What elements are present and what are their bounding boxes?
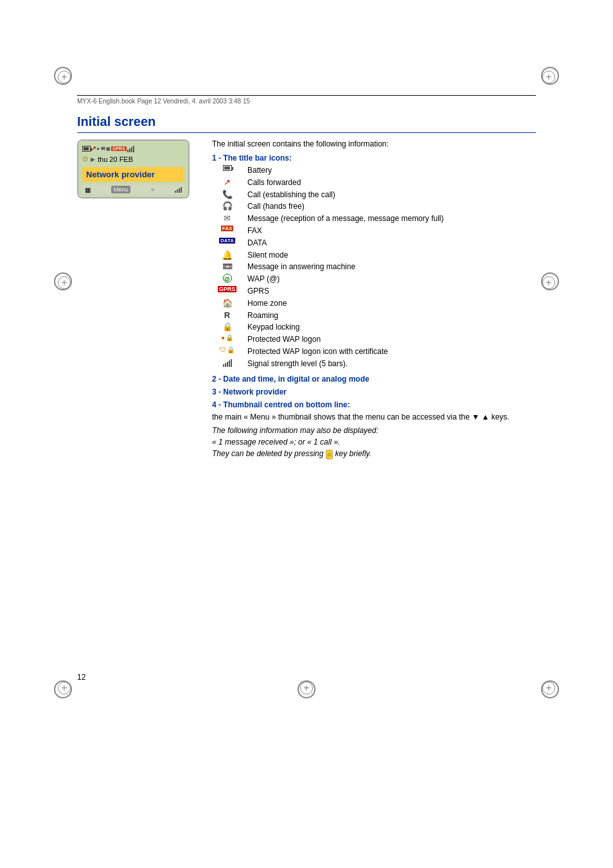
list-item: @ WAP (@) — [212, 274, 536, 285]
phone-date-row: ⊙ ▶ thu 20 FEB — [82, 155, 184, 163]
battery-icon-cell — [212, 165, 247, 171]
book-info: MYX-6 English.book Page 12 Vendredi, 4. … — [77, 95, 536, 105]
phone-menu-btn: Menu — [111, 186, 131, 193]
list-item: Battery — [212, 165, 536, 176]
silent-icon-cell: 🔔 — [212, 250, 247, 260]
phone-signal-bars — [127, 145, 134, 152]
home-desc: Home zone — [247, 298, 536, 309]
data-icon-cell: DATA — [212, 238, 247, 244]
subsection2-label: 2 - Date and time, in digital or analog … — [212, 375, 536, 384]
keypad-lock-icon: 🔒 — [222, 322, 233, 332]
list-item: GPRS GPRS — [212, 286, 536, 297]
phone-date-text: thu 20 FEB — [98, 155, 133, 163]
list-item: 🔔 Silent mode — [212, 250, 536, 261]
battery-icon — [223, 165, 232, 171]
phone-signal-bars2 — [175, 186, 182, 193]
list-item: DATA DATA — [212, 238, 536, 249]
subsection4-label: 4 - Thumbnail centred on bottom line: — [212, 400, 536, 409]
phone-gprs-label: GPRS — [111, 146, 127, 151]
subsection3-label: 3 - Network provider — [212, 387, 536, 396]
list-item: Signal strength level (5 bars). — [212, 359, 536, 369]
list-item: FAX FAX — [212, 226, 536, 236]
phone-battery-icon — [82, 146, 91, 152]
data-desc: DATA — [247, 238, 536, 249]
book-info-text: MYX-6 English.book Page 12 Vendredi, 4. … — [77, 98, 250, 105]
answering-icon-cell: 📼 — [212, 261, 247, 271]
reg-mark-br — [542, 682, 555, 695]
message-icon-cell: ✉ — [212, 213, 247, 223]
list-item: 🛡 🔒 Protected WAP logon icon with certif… — [212, 346, 536, 357]
silent-desc: Silent mode — [247, 250, 536, 261]
key-label-text: key briefly. — [335, 449, 371, 458]
message-desc: Message (reception of a message, message… — [247, 213, 536, 224]
page-container: MYX-6 English.book Page 12 Vendredi, 4. … — [0, 0, 613, 868]
data-icon: DATA — [219, 238, 235, 244]
phone-arrow-icon: ▶ — [91, 156, 95, 163]
phone-mockup-column: ↗ ▸ ✉ ◼ GPRS — [77, 139, 199, 459]
call-establish-icon-cell: 📞 — [212, 190, 247, 199]
protected-wap-cert-icon-cell: 🛡 🔒 — [212, 346, 247, 353]
content-layout: ↗ ▸ ✉ ◼ GPRS — [77, 139, 536, 459]
protected-wap-icon: ● 🔒 — [221, 334, 233, 341]
wap-icon: @ — [223, 274, 232, 283]
phone-screen: ↗ ▸ ✉ ◼ GPRS — [78, 141, 188, 197]
list-item: 📼 Message in answering machine — [212, 261, 536, 272]
signal-bars-icon — [223, 359, 232, 367]
list-item: ✉ Message (reception of a message, messa… — [212, 213, 536, 224]
reg-mark-ml — [58, 276, 71, 289]
gprs-icon-cell: GPRS — [212, 286, 247, 292]
section-title: Initial screen — [77, 114, 536, 133]
phone-forward-icon: ↗ — [91, 145, 96, 152]
subsection4-text3: « 1 message received »; or « 1 call ». — [212, 436, 536, 448]
signal-icon-cell — [212, 359, 247, 367]
phone-icon2: ◼ — [106, 146, 111, 152]
answering-icon: 📼 — [222, 261, 233, 271]
wap-desc: WAP (@) — [247, 274, 536, 285]
main-content: Initial screen ↗ — [77, 114, 536, 459]
roaming-desc: Roaming — [247, 310, 536, 321]
keypad-icon-cell: 🔒 — [212, 322, 247, 332]
call-handsfree-icon: 🎧 — [222, 201, 233, 211]
roaming-icon-cell: R — [212, 310, 247, 320]
calls-forward-icon: ↗ — [224, 177, 231, 187]
calls-forward-icon-cell: ↗ — [212, 177, 247, 187]
intro-text: The initial screen contains the followin… — [212, 139, 536, 148]
call-establish-icon: 📞 — [222, 190, 233, 199]
call-establish-desc: Call (establishing the call) — [247, 190, 536, 200]
phone-signal2-icon: ▸ — [97, 145, 100, 152]
home-icon-cell: 🏠 — [212, 298, 247, 308]
home-icon: 🏠 — [222, 298, 233, 308]
page-number: 12 — [77, 673, 85, 682]
phone-bottom-icon: ▦ — [85, 186, 91, 193]
subsection4-text4: They can be deleted by pressing ⌂ key br… — [212, 448, 536, 460]
list-item: ↗ Calls forwarded — [212, 177, 536, 188]
protected-wap-cert-icon: 🛡 🔒 — [220, 346, 235, 353]
gprs-desc: GPRS — [247, 286, 536, 297]
phone-bottom-icon2: ≈ — [151, 186, 154, 193]
subsection1-label: 1 - The title bar icons: — [212, 154, 536, 163]
phone-time-icon: ⊙ — [82, 155, 88, 163]
call-handsfree-icon-cell: 🎧 — [212, 201, 247, 211]
fax-icon: FAX — [221, 226, 234, 231]
fax-icon-cell: FAX — [212, 226, 247, 231]
phone-network-text: Network provider — [82, 167, 184, 182]
key-symbol: ⌂ — [326, 450, 333, 460]
reg-mark-mr — [542, 276, 555, 289]
phone-bottom-bar: ▦ Menu ≈ — [82, 184, 184, 195]
silent-icon: 🔔 — [222, 250, 233, 260]
phone-mockup: ↗ ▸ ✉ ◼ GPRS — [77, 139, 190, 199]
phone-msg-icon: ✉ — [101, 146, 105, 152]
calls-forward-desc: Calls forwarded — [247, 177, 536, 188]
list-item: ● 🔒 Protected WAP logon — [212, 334, 536, 345]
signal-desc: Signal strength level (5 bars). — [247, 359, 536, 369]
reg-mark-bl — [58, 682, 71, 695]
protected-wap-icon-cell: ● 🔒 — [212, 334, 247, 341]
protected-wap-desc: Protected WAP logon — [247, 334, 536, 345]
gprs-icon: GPRS — [218, 286, 237, 292]
subsection4-text2: The following information may also be di… — [212, 425, 536, 436]
list-item: 🎧 Call (hands free) — [212, 201, 536, 212]
list-item: 🏠 Home zone — [212, 298, 536, 309]
reg-mark-tr — [542, 71, 555, 84]
protected-wap-cert-desc: Protected WAP logon icon with certificat… — [247, 346, 536, 357]
list-item: 🔒 Keypad locking — [212, 322, 536, 333]
